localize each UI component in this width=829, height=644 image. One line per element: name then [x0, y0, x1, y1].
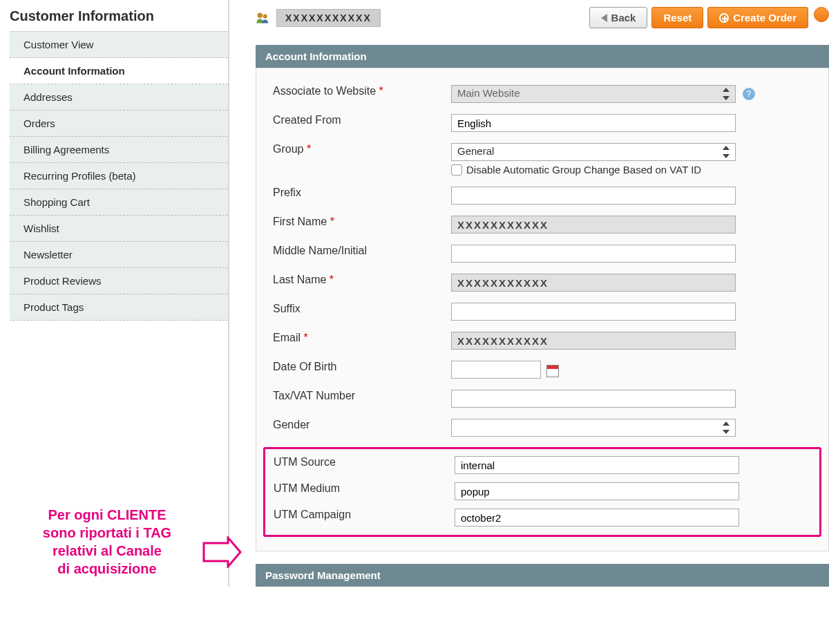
password-panel-title: Password Management — [256, 564, 829, 587]
group-select[interactable]: General — [451, 143, 736, 161]
sidebar-item[interactable]: Shopping Cart — [10, 189, 228, 216]
sidebar-item[interactable]: Product Tags — [10, 294, 228, 321]
callout-arrow-icon — [200, 536, 242, 570]
chevron-updown-icon — [721, 88, 731, 100]
calendar-icon[interactable] — [546, 365, 559, 377]
last-name-input[interactable] — [451, 274, 736, 292]
create-order-label: Create Order — [733, 12, 797, 23]
prefix-label: Prefix — [263, 187, 451, 199]
sidebar-item[interactable]: Product Reviews — [10, 268, 228, 294]
plus-icon — [719, 13, 729, 23]
top-bar: XXXXXXXXXXX Back Reset Create Order — [256, 7, 829, 28]
email-input[interactable] — [451, 332, 736, 350]
chevron-updown-icon — [721, 146, 731, 158]
callout-line: sono riportati i TAG — [0, 524, 214, 542]
callout-line: di acquisizione — [0, 560, 214, 578]
prefix-input[interactable] — [451, 187, 736, 205]
email-label: Email * — [263, 332, 451, 344]
action-buttons: Back Reset Create Order — [589, 7, 829, 28]
account-info-panel: Associate to Website * Main Website ? Cr… — [256, 68, 829, 551]
created-from-label: Created From — [263, 114, 451, 126]
sidebar-item[interactable]: Newsletter — [10, 242, 228, 268]
sidebar-title: Customer Information — [10, 8, 228, 24]
group-label: Group * — [263, 143, 451, 155]
sidebar-item[interactable]: Account Information — [10, 58, 228, 84]
back-arrow-icon — [601, 14, 607, 22]
panel-title: Account Information — [256, 45, 829, 68]
dob-input[interactable] — [451, 361, 541, 379]
customer-name-badge: XXXXXXXXXXX — [276, 9, 381, 27]
sidebar-item[interactable]: Customer View — [10, 31, 228, 58]
sidebar-item[interactable]: Addresses — [10, 84, 228, 111]
first-name-label: First Name * — [263, 216, 451, 228]
svg-point-1 — [263, 14, 267, 18]
utm-campaign-label: UTM Campaign — [267, 509, 455, 521]
customer-icon — [256, 11, 269, 25]
main-content: XXXXXXXXXXX Back Reset Create Order Acco… — [229, 0, 829, 587]
utm-medium-label: UTM Medium — [267, 482, 455, 495]
svg-point-0 — [258, 12, 263, 18]
disable-auto-group-checkbox[interactable] — [451, 164, 462, 176]
sidebar-list: Customer ViewAccount InformationAddresse… — [10, 31, 228, 321]
sidebar-item[interactable]: Recurring Profiles (beta) — [10, 163, 228, 189]
tax-vat-input[interactable] — [451, 390, 736, 408]
created-from-input[interactable] — [451, 114, 736, 132]
suffix-input[interactable] — [451, 303, 736, 321]
dob-label: Date Of Birth — [263, 361, 451, 373]
utm-source-label: UTM Source — [267, 456, 455, 468]
callout-line: relativi al Canale — [0, 542, 214, 560]
sidebar: Customer Information Customer ViewAccoun… — [0, 0, 229, 587]
utm-medium-input[interactable] — [455, 482, 739, 500]
back-button[interactable]: Back — [589, 7, 648, 28]
website-label: Associate to Website * — [263, 85, 451, 97]
gender-select[interactable] — [451, 419, 736, 437]
reset-button[interactable]: Reset — [651, 7, 703, 28]
disable-auto-group-label: Disable Automatic Group Change Based on … — [466, 164, 701, 176]
back-button-label: Back — [611, 12, 636, 23]
annotation-callout: Per ogni CLIENTE sono riportati i TAG re… — [0, 506, 214, 578]
sidebar-item[interactable]: Billing Agreements — [10, 137, 228, 163]
utm-highlight-box: UTM Source UTM Medium UTM Campaign — [263, 447, 821, 537]
tax-vat-label: Tax/VAT Number — [263, 390, 451, 402]
reset-button-label: Reset — [663, 12, 692, 23]
callout-line: Per ogni CLIENTE — [0, 506, 214, 524]
first-name-input[interactable] — [451, 216, 736, 234]
middle-name-input[interactable] — [451, 245, 736, 263]
middle-name-label: Middle Name/Initial — [263, 245, 451, 257]
website-select[interactable]: Main Website — [451, 85, 736, 103]
chevron-updown-icon — [721, 422, 731, 434]
help-icon[interactable]: ? — [743, 88, 755, 100]
gender-label: Gender — [263, 419, 451, 431]
sidebar-item[interactable]: Wishlist — [10, 216, 228, 242]
utm-campaign-input[interactable] — [455, 509, 739, 527]
sidebar-item[interactable]: Orders — [10, 111, 228, 137]
utm-source-input[interactable] — [455, 456, 739, 474]
suffix-label: Suffix — [263, 303, 451, 315]
create-order-button[interactable]: Create Order — [707, 7, 808, 28]
close-icon[interactable] — [814, 7, 829, 22]
last-name-label: Last Name * — [263, 274, 451, 286]
